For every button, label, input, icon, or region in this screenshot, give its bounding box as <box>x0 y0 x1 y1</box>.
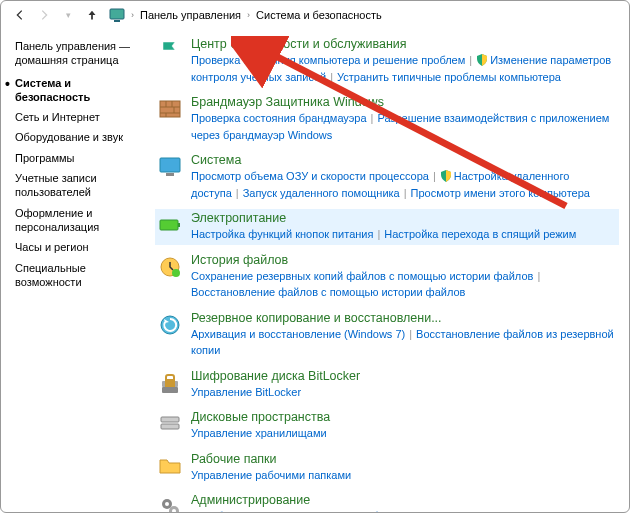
sidebar-item[interactable]: Программы <box>15 151 145 165</box>
monitor-icon <box>157 153 183 179</box>
control-panel-icon <box>109 7 125 23</box>
sidebar: Панель управления — домашняя страница Си… <box>1 31 151 512</box>
category-link[interactable]: Устранить типичные проблемы компьютера <box>337 71 561 83</box>
category-link[interactable]: Проверка состояния брандмауэра <box>191 112 367 124</box>
category-link[interactable]: Дефрагментация и оптимизация ваших диско… <box>359 510 599 512</box>
category-links: Управление BitLocker <box>191 384 617 401</box>
category-link[interactable]: Управление хранилищами <box>191 427 327 439</box>
shield-icon <box>476 54 488 66</box>
category: Шифрование диска BitLockerУправление Bit… <box>155 367 619 403</box>
nav-up-icon[interactable] <box>85 8 99 22</box>
sidebar-item[interactable]: Сеть и Интернет <box>15 110 145 124</box>
category: СистемаПросмотр объема ОЗУ и скорости пр… <box>155 151 619 203</box>
category: АдминистрированиеОсвобождение места на д… <box>155 491 619 512</box>
sidebar-item[interactable]: Система и безопасность <box>15 76 145 105</box>
category-link[interactable]: Настройка функций кнопок питания <box>191 228 373 240</box>
category-links: Освобождение места на диске|Дефрагментац… <box>191 508 617 512</box>
lock-icon <box>157 369 183 395</box>
category-title[interactable]: Дисковые пространства <box>191 410 330 424</box>
category-title[interactable]: Резервное копирование и восстановлени... <box>191 311 442 325</box>
svg-rect-1 <box>114 20 120 22</box>
category: Центр безопасности и обслуживанияПроверк… <box>155 35 619 87</box>
category-link[interactable]: Просмотр объема ОЗУ и скорости процессор… <box>191 170 429 182</box>
nav-forward-icon <box>37 8 51 22</box>
category-title[interactable]: Шифрование диска BitLocker <box>191 369 360 383</box>
breadcrumb: › Панель управления › Система и безопасн… <box>109 7 382 23</box>
category: История файловСохранение резервных копий… <box>155 251 619 303</box>
breadcrumb-control-panel[interactable]: Панель управления <box>140 9 241 21</box>
category-link[interactable]: Архивация и восстановление (Windows 7) <box>191 328 405 340</box>
category-link[interactable]: Освобождение места на диске <box>191 510 348 512</box>
category: ЭлектропитаниеНастройка функций кнопок п… <box>155 209 619 245</box>
category: Дисковые пространстваУправление хранилищ… <box>155 408 619 444</box>
category-link[interactable]: Настройка перехода в спящий режим <box>384 228 576 240</box>
category-links: Настройка функций кнопок питания|Настрой… <box>191 226 617 243</box>
main-panel: Центр безопасности и обслуживанияПроверк… <box>151 31 629 512</box>
wall-icon <box>157 95 183 121</box>
sidebar-item[interactable]: Оформление и персонализация <box>15 206 145 235</box>
category: Брандмауэр Защитника WindowsПроверка сос… <box>155 93 619 145</box>
category-link[interactable]: Проверка состояния компьютера и решение … <box>191 54 465 66</box>
flag-icon <box>157 37 183 63</box>
category-links: Проверка состояния брандмауэра|Разрешени… <box>191 110 617 143</box>
category-links: Управление рабочими папками <box>191 467 617 484</box>
category-link[interactable]: Просмотр имени этого компьютера <box>411 187 590 199</box>
category: Рабочие папкиУправление рабочими папками <box>155 450 619 486</box>
category-link[interactable]: Сохранение резервных копий файлов с помо… <box>191 270 533 282</box>
category-links: Просмотр объема ОЗУ и скорости процессор… <box>191 168 617 201</box>
svg-rect-0 <box>110 9 124 19</box>
category-links: Архивация и восстановление (Windows 7)|В… <box>191 326 617 359</box>
category-title[interactable]: Брандмауэр Защитника Windows <box>191 95 384 109</box>
sidebar-item[interactable]: Часы и регион <box>15 240 145 254</box>
category-title[interactable]: Центр безопасности и обслуживания <box>191 37 407 51</box>
category: Резервное копирование и восстановлени...… <box>155 309 619 361</box>
category-link[interactable]: Запуск удаленного помощника <box>243 187 400 199</box>
category-title[interactable]: История файлов <box>191 253 288 267</box>
category-title[interactable]: Рабочие папки <box>191 452 277 466</box>
category-links: Управление хранилищами <box>191 425 617 442</box>
category-link[interactable]: Восстановление файлов с помощью истории … <box>191 286 465 298</box>
nav-back-icon[interactable] <box>13 8 27 22</box>
battery-icon <box>157 211 183 237</box>
chevron-down-icon[interactable]: ▾ <box>61 8 75 22</box>
sidebar-home[interactable]: Панель управления — домашняя страница <box>15 39 145 68</box>
category-link[interactable]: Управление рабочими папками <box>191 469 351 481</box>
gears-icon <box>157 493 183 512</box>
clock-icon <box>157 253 183 279</box>
category-title[interactable]: Система <box>191 153 241 167</box>
sidebar-list: Система и безопасностьСеть и ИнтернетОбо… <box>15 76 145 290</box>
sidebar-item[interactable]: Специальные возможности <box>15 261 145 290</box>
drives-icon <box>157 410 183 436</box>
category-links: Проверка состояния компьютера и решение … <box>191 52 617 85</box>
sidebar-item[interactable]: Оборудование и звук <box>15 130 145 144</box>
category-title[interactable]: Администрирование <box>191 493 310 507</box>
category-title[interactable]: Электропитание <box>191 211 286 225</box>
breadcrumb-system-security[interactable]: Система и безопасность <box>256 9 382 21</box>
nav-bar: ▾ › Панель управления › Система и безопа… <box>1 1 629 31</box>
category-links: Сохранение резервных копий файлов с помо… <box>191 268 617 301</box>
backup-icon <box>157 311 183 337</box>
sidebar-item[interactable]: Учетные записи пользователей <box>15 171 145 200</box>
category-link[interactable]: Управление BitLocker <box>191 386 301 398</box>
folder-icon <box>157 452 183 478</box>
shield-icon <box>440 170 452 182</box>
